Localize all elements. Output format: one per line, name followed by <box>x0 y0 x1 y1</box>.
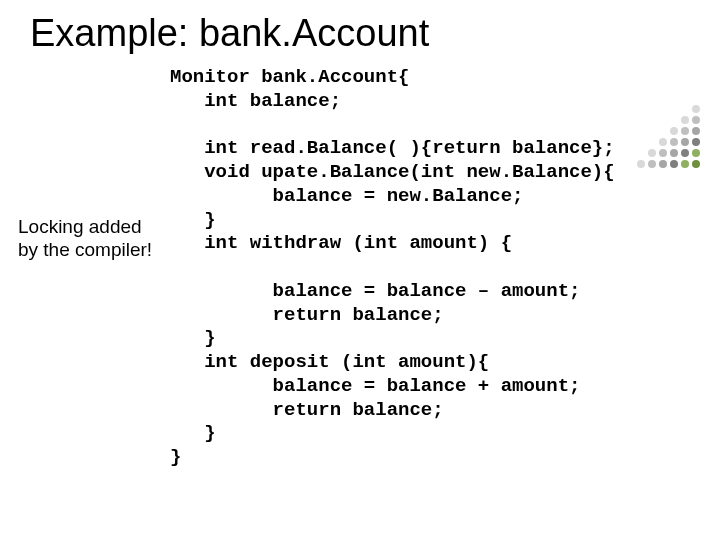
slide-title: Example: bank.Account <box>0 0 720 55</box>
annotation: Locking added by the compiler! <box>18 216 152 262</box>
code-block: Monitor bank.Account{ int balance; int r… <box>170 66 615 470</box>
decorative-dots-icon <box>626 94 700 168</box>
annotation-line-2: by the compiler! <box>18 239 152 260</box>
annotation-line-1: Locking added <box>18 216 142 237</box>
